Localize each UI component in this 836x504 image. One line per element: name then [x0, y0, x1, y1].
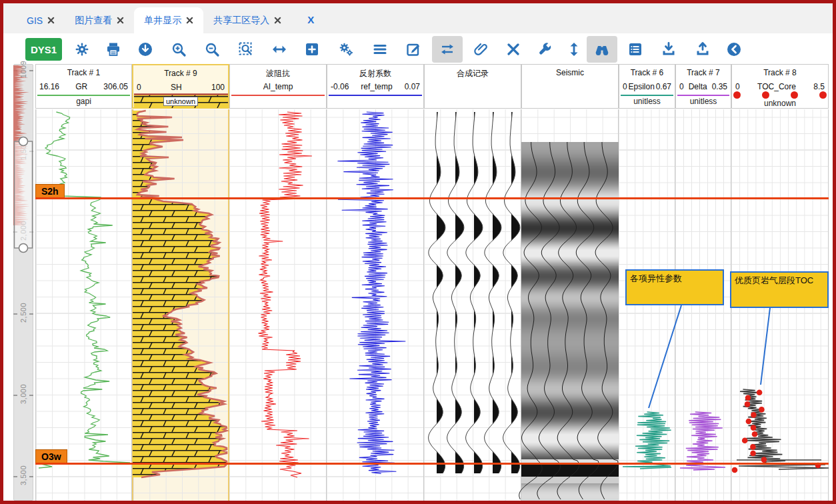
- curve-name: SH: [171, 83, 182, 92]
- horizon-line-s2h[interactable]: [35, 197, 829, 199]
- scale-min: 0: [623, 82, 627, 91]
- curve-scale-row: 0TOC_Core8.5: [735, 82, 825, 91]
- exchange-arrows-icon[interactable]: [432, 36, 463, 63]
- tab-3[interactable]: 单井显示: [134, 7, 203, 33]
- depth-label: 1,500: [19, 127, 27, 173]
- curve-point-marker: [791, 91, 798, 99]
- track-title: Track # 9: [133, 69, 228, 78]
- tab-label: 图片查看: [75, 15, 112, 27]
- toolbar: DYS1: [3, 33, 833, 64]
- curve-name: Delta: [689, 82, 707, 91]
- annotation-box-anisotropy[interactable]: 各项异性参数: [625, 269, 724, 305]
- depth-tick: [29, 70, 33, 71]
- close-all-tabs-button[interactable]: X: [307, 14, 314, 25]
- scale-min: 0: [679, 82, 684, 91]
- track-header-Seismic[interactable]: Seismic: [521, 64, 619, 109]
- tab-close-icon[interactable]: [47, 17, 55, 24]
- tab-close-icon[interactable]: [274, 17, 281, 24]
- scale-min: 0: [735, 82, 740, 91]
- printer-icon[interactable]: [98, 36, 129, 63]
- track-body-AI_temp[interactable]: [229, 109, 327, 501]
- scale-max: 8.5: [813, 82, 825, 91]
- curve-scale-row: 0SH100: [137, 83, 225, 92]
- annotation-box-toc[interactable]: 优质页岩气层段TOC: [730, 271, 829, 308]
- download-circle-icon[interactable]: [130, 36, 161, 63]
- gears-icon[interactable]: [331, 36, 361, 63]
- track-header-AI_temp[interactable]: 波阻抗AI_temp: [229, 64, 327, 109]
- wrench-icon[interactable]: [529, 36, 560, 63]
- curve-unit: unknown: [732, 99, 828, 108]
- depth-tick: [13, 70, 17, 71]
- track-header-合成记录[interactable]: 合成记录: [424, 64, 521, 109]
- depth-tick: [13, 313, 17, 315]
- tab-2[interactable]: 图片查看: [65, 7, 134, 33]
- scale-max: 0.35: [712, 82, 727, 91]
- track-header-ref_temp[interactable]: 反射系数-0.06ref_temp0.07: [327, 64, 424, 109]
- scale-max: 306.05: [103, 82, 128, 91]
- well-selector-button[interactable]: DYS1: [25, 38, 62, 61]
- curve-name: TOC_Core: [757, 82, 796, 91]
- settings-gear-icon[interactable]: [67, 36, 97, 63]
- zoom-out-icon[interactable]: [197, 36, 227, 63]
- track-body-合成记录[interactable]: [424, 109, 521, 501]
- curve-scale-row: 0Epsilon0.67: [623, 82, 671, 91]
- track-title: Seismic: [522, 68, 618, 77]
- depth-tick: [29, 395, 33, 396]
- tab-label: 单井显示: [144, 15, 181, 27]
- tab-close-icon[interactable]: [117, 17, 124, 24]
- close-x-icon[interactable]: [498, 36, 529, 63]
- tab-4[interactable]: 共享工区导入: [203, 7, 291, 33]
- horizon-line-o3w[interactable]: [35, 463, 829, 465]
- arrows-vertical-icon[interactable]: [559, 36, 589, 63]
- download-tray-icon[interactable]: [653, 36, 684, 63]
- curve-scale-row: 16.16GR306.05: [39, 82, 128, 91]
- depth-label: 2,000: [19, 207, 27, 254]
- curve-scale-row: -0.06ref_temp0.07: [331, 82, 420, 91]
- paperclip-icon[interactable]: [466, 36, 497, 63]
- zoom-in-icon[interactable]: [163, 36, 194, 63]
- binoculars-icon[interactable]: [587, 36, 617, 63]
- upload-tray-icon[interactable]: [687, 36, 718, 63]
- track-header-GR[interactable]: Track # 116.16GR306.05gapi: [35, 64, 132, 109]
- track-header-Delta[interactable]: Track # 70Delta0.35unitless: [675, 64, 731, 109]
- tab-close-icon[interactable]: [186, 17, 193, 24]
- track-title: Track # 8: [732, 68, 828, 77]
- track-body-SH[interactable]: [132, 109, 229, 501]
- track-body-GR[interactable]: [35, 109, 132, 501]
- scale-max: 0.07: [405, 82, 420, 91]
- tab-label: 共享工区导入: [213, 15, 269, 27]
- tab-label: GIS: [27, 15, 43, 26]
- arrows-horizontal-icon[interactable]: [264, 36, 295, 63]
- curve-point-marker: [762, 91, 769, 99]
- menu-lines-icon[interactable]: [365, 36, 395, 63]
- curve-color-line: [329, 95, 422, 96]
- curve-name: ref_temp: [361, 82, 392, 91]
- scale-min: 0: [137, 83, 141, 92]
- depth-tick: [29, 151, 33, 152]
- back-circle-icon[interactable]: [719, 36, 749, 63]
- depth-label: 3,500: [19, 452, 27, 499]
- track-body-Seismic[interactable]: [521, 109, 619, 501]
- depth-tick: [13, 151, 17, 152]
- tab-1[interactable]: GIS: [17, 7, 65, 33]
- scale-min: -0.06: [331, 82, 349, 91]
- depth-label: 1009: [19, 46, 27, 93]
- track-title: 波阻抗: [230, 68, 326, 79]
- list-icon[interactable]: [620, 36, 651, 63]
- scale-max: 100: [211, 83, 225, 92]
- edit-icon[interactable]: [398, 36, 429, 63]
- curve-color-line: [677, 95, 729, 96]
- track-header-TOC_Core[interactable]: Track # 80TOC_Core8.5unknown: [731, 64, 829, 109]
- add-square-icon[interactable]: [297, 36, 327, 63]
- track-title: 合成记录: [425, 68, 521, 79]
- curve-unit: gapi: [36, 97, 131, 106]
- curve-color-line: [231, 95, 325, 96]
- scale-max: 0.67: [656, 82, 671, 91]
- track-title: Track # 7: [676, 68, 731, 77]
- curve-name: Epsilon: [628, 82, 654, 91]
- lithology-label-chip: unknown: [163, 97, 198, 106]
- well-log-application: { "tab_bar": { "tabs": [ {"label": "GIS"…: [0, 0, 836, 504]
- track-body-ref_temp[interactable]: [327, 109, 424, 501]
- track-header-Epsilon[interactable]: Track # 60Epsilon0.67unitless: [619, 64, 675, 109]
- zoom-select-icon[interactable]: [231, 36, 261, 63]
